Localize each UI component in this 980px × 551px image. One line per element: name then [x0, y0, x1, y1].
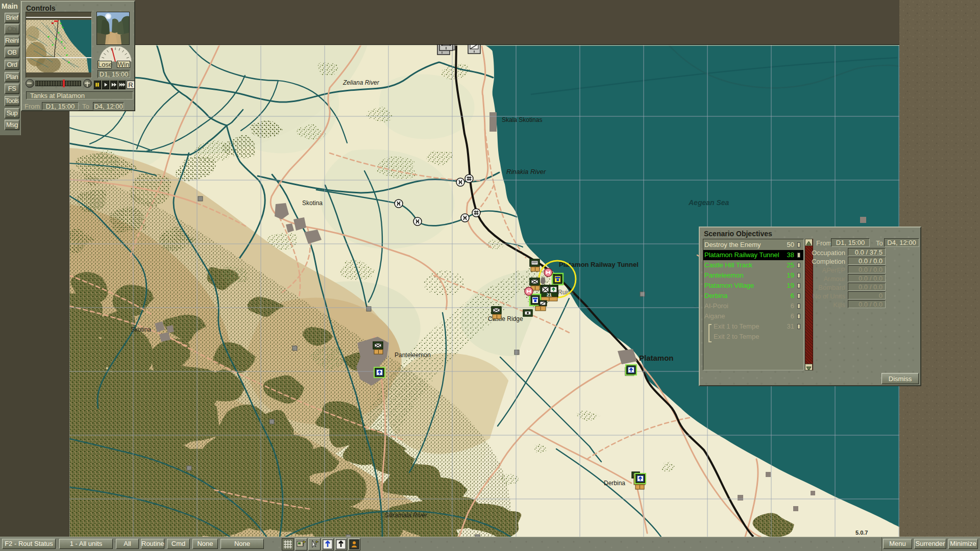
svg-text:Skotina: Skotina [131, 326, 151, 333]
svg-text:Platamon: Platamon [639, 354, 674, 362]
svg-text:5.0.7: 5.0.7 [855, 530, 868, 536]
svg-text:Aegean Sea: Aegean Sea [688, 198, 729, 207]
svg-text:Zeliana River: Zeliana River [342, 79, 380, 86]
svg-text:Rinakia River: Rinakia River [506, 168, 546, 176]
svg-text:Derbina: Derbina [604, 480, 625, 487]
svg-text:Panteleemon: Panteleemon [395, 352, 431, 359]
svg-text:Siliramala River: Siliramala River [384, 512, 428, 519]
svg-text:Skala Skotinas: Skala Skotinas [502, 116, 542, 123]
svg-text:Skotina: Skotina [302, 199, 323, 207]
svg-text:21: 21 [547, 292, 552, 297]
